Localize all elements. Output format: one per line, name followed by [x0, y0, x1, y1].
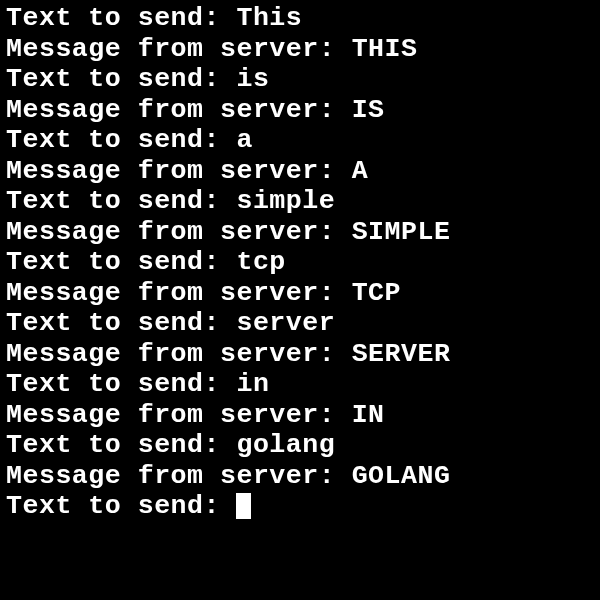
response-line: Message from server: SERVER: [6, 339, 600, 370]
prompt-label: Text to send:: [6, 491, 236, 521]
prompt-line: Text to send: tcp: [6, 247, 600, 278]
response-line: Message from server: GOLANG: [6, 461, 600, 492]
prompt-line: Text to send: server: [6, 308, 600, 339]
prompt-line: Text to send: is: [6, 64, 600, 95]
prompt-line: Text to send: simple: [6, 186, 600, 217]
response-line: Message from server: TCP: [6, 278, 600, 309]
terminal-output: Text to send: ThisMessage from server: T…: [6, 3, 600, 522]
response-line: Message from server: A: [6, 156, 600, 187]
cursor: [236, 493, 251, 519]
prompt-line: Text to send: golang: [6, 430, 600, 461]
response-line: Message from server: IN: [6, 400, 600, 431]
response-line: Message from server: THIS: [6, 34, 600, 65]
response-line: Message from server: IS: [6, 95, 600, 126]
prompt-line: Text to send: This: [6, 3, 600, 34]
prompt-line: Text to send: a: [6, 125, 600, 156]
response-line: Message from server: SIMPLE: [6, 217, 600, 248]
pending-prompt[interactable]: Text to send:: [6, 491, 600, 522]
prompt-line: Text to send: in: [6, 369, 600, 400]
